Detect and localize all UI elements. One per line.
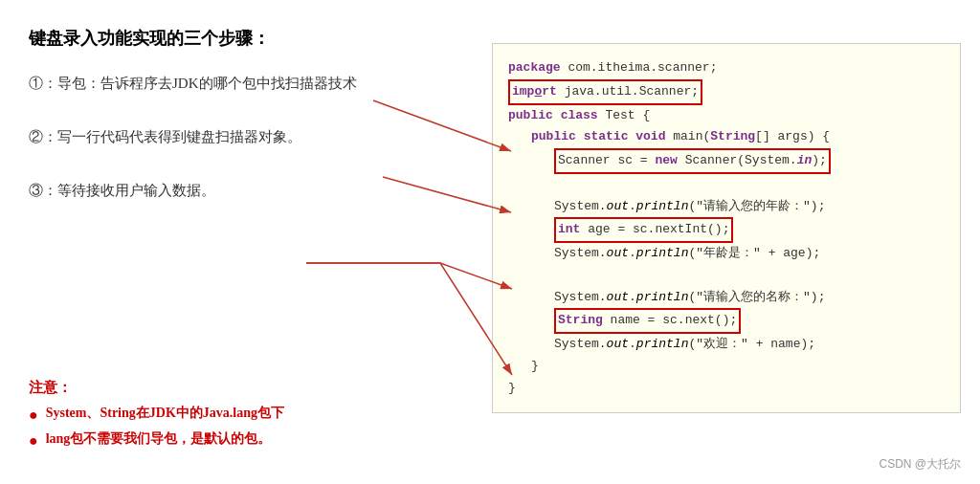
- arrow-3b: [306, 263, 512, 375]
- note-item-1: ● System、String在JDK中的Java.lang包下: [29, 405, 284, 426]
- code-line-10: [508, 265, 945, 287]
- bullet-icon-2: ●: [29, 430, 38, 451]
- code-line-9: System.out.println("年龄是：" + age);: [508, 243, 945, 265]
- import-highlight: import java.util.Scanner;: [508, 79, 702, 105]
- code-line-13: System.out.println("欢迎：" + name);: [508, 334, 945, 356]
- step-2: ②：写一行代码代表得到键盘扫描器对象。: [29, 125, 431, 148]
- bullet-icon: ●: [29, 405, 38, 426]
- code-panel: package com.itheima.scanner; import java…: [492, 43, 961, 413]
- code-line-7: System.out.println("请输入您的年龄：");: [508, 196, 945, 218]
- scanner-highlight: Scanner sc = new Scanner(System.in);: [554, 148, 831, 174]
- code-line-6: [508, 174, 945, 196]
- step-1: ①：导包：告诉程序去JDK的哪个包中找扫描器技术: [29, 72, 431, 95]
- code-line-14: }: [508, 356, 945, 378]
- code-line-2: import java.util.Scanner;: [508, 79, 945, 105]
- code-line-3: public class Test {: [508, 105, 945, 127]
- code-line-8: int age = sc.nextInt();: [508, 217, 945, 243]
- notes-section: 注意： ● System、String在JDK中的Java.lang包下 ● l…: [29, 379, 284, 455]
- code-line-5: Scanner sc = new Scanner(System.in);: [508, 148, 945, 174]
- note-item-2: ● lang包不需要我们导包，是默认的包。: [29, 430, 284, 451]
- notes-title: 注意：: [29, 379, 284, 397]
- code-line-11: System.out.println("请输入您的名称：");: [508, 287, 945, 309]
- code-line-4: public static void main(String[] args) {: [508, 126, 945, 148]
- arrow-3a: [306, 263, 512, 289]
- code-line-12: String name = sc.next();: [508, 308, 945, 334]
- int-age-highlight: int age = sc.nextInt();: [554, 217, 733, 243]
- step-3: ③：等待接收用户输入数据。: [29, 179, 431, 202]
- code-line-15: }: [508, 378, 945, 400]
- code-line-1: package com.itheima.scanner;: [508, 57, 945, 79]
- string-name-highlight: String name = sc.next();: [554, 308, 741, 334]
- main-container: 键盘录入功能实现的三个步骤： ①：导包：告诉程序去JDK的哪个包中找扫描器技术 …: [0, 0, 980, 484]
- steps-panel: ①：导包：告诉程序去JDK的哪个包中找扫描器技术 ②：写一行代码代表得到键盘扫描…: [29, 72, 431, 232]
- watermark: CSDN @大托尔: [879, 456, 961, 473]
